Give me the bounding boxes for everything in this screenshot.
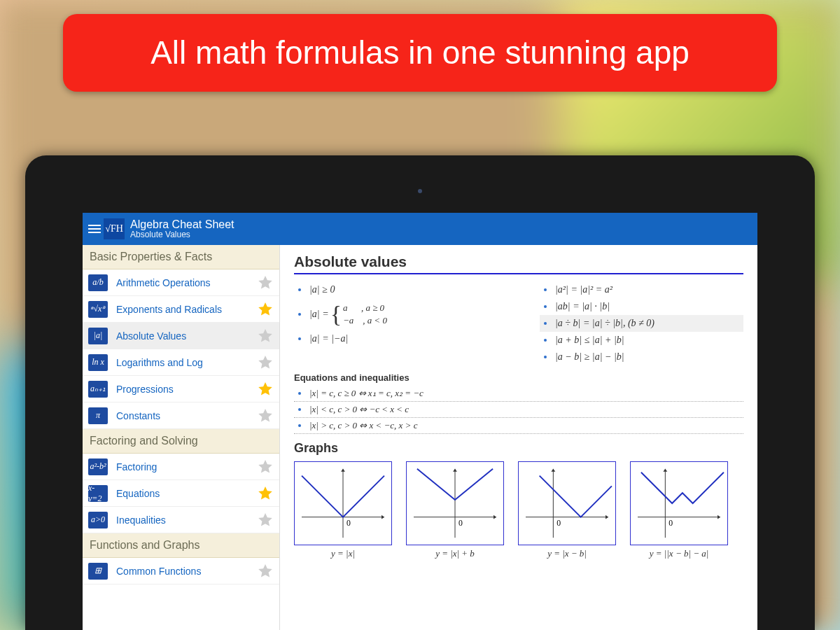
sidebar-item-icon: a>0 bbox=[88, 512, 108, 528]
star-icon[interactable] bbox=[257, 354, 274, 371]
star-icon[interactable] bbox=[257, 512, 274, 528]
sidebar-item[interactable]: a/bArithmetic Operations bbox=[83, 270, 279, 296]
app-subtitle: Absolute Values bbox=[130, 230, 234, 239]
graph-caption: y = |x − b| bbox=[518, 548, 616, 559]
graph-caption: y = ||x − b| − a| bbox=[630, 548, 728, 559]
sidebar-item-icon: x-y=2 bbox=[88, 485, 108, 502]
graph-plot: 0 bbox=[518, 461, 616, 545]
content-title: Absolute values bbox=[294, 253, 743, 274]
graphs-row: 0y = |x|0y = |x| + b0y = |x − b|0y = ||x… bbox=[294, 461, 743, 559]
star-icon[interactable] bbox=[257, 407, 274, 424]
graph-caption: y = |x| + b bbox=[406, 548, 504, 559]
sidebar-item[interactable]: x-y=2Equations bbox=[83, 480, 279, 507]
sidebar-item-icon: π bbox=[88, 407, 108, 424]
formula-column-left: |a| ≥ 0 |a| = { a , a ≥ 0 −a , a < 0 bbox=[294, 281, 498, 365]
svg-text:0: 0 bbox=[458, 518, 463, 528]
sidebar-item-label: Absolute Values bbox=[116, 330, 257, 342]
graph-item: 0y = |x − b| bbox=[518, 461, 616, 559]
promo-banner: All math formulas in one stunning app bbox=[63, 14, 777, 92]
formula-item: |a| = { a , a ≥ 0 −a , a < 0 bbox=[294, 298, 498, 330]
formula-item: |a ÷ b| = |a| ÷ |b|, (b ≠ 0) bbox=[540, 315, 743, 332]
sidebar-item[interactable]: a²-b²Factoring bbox=[83, 454, 279, 480]
sidebar-item[interactable]: |a|Absolute Values bbox=[83, 323, 279, 349]
sidebar-item-label: Logarithms and Log bbox=[116, 357, 257, 368]
graph-plot: 0 bbox=[294, 461, 392, 545]
sidebar-item-label: Arithmetic Operations bbox=[116, 277, 257, 288]
sidebar-item-icon: ln x bbox=[88, 354, 108, 371]
star-icon[interactable] bbox=[257, 274, 274, 291]
sidebar-item-icon: a²-b² bbox=[88, 458, 108, 475]
tablet-frame: √FH Algebra Cheat Sheet Absolute Values … bbox=[25, 155, 815, 630]
equations-list: |x| = c, c ≥ 0 ⇔ x₁ = c, x₂ = −c|x| < c,… bbox=[294, 386, 743, 434]
formula-item: |a²| = |a|² = a² bbox=[540, 281, 743, 298]
sidebar-item[interactable]: a>0Inequalities bbox=[83, 507, 279, 533]
sidebar-item-label: Common Functions bbox=[116, 566, 257, 577]
star-icon[interactable] bbox=[257, 458, 274, 475]
app-screen: √FH Algebra Cheat Sheet Absolute Values … bbox=[83, 213, 757, 630]
sidebar-item[interactable]: ⊞Common Functions bbox=[83, 558, 279, 584]
formula-item: |a| = |−a| bbox=[294, 330, 498, 347]
formula-column-right: |a²| = |a|² = a²|ab| = |a| · |b||a ÷ b| … bbox=[540, 281, 743, 365]
star-icon[interactable] bbox=[257, 563, 274, 580]
sidebar-item[interactable]: πConstants bbox=[83, 402, 279, 429]
sidebar-item-icon: aₙ₊₁ bbox=[88, 381, 108, 398]
sidebar-item[interactable]: ⁿ√xᵃExponents and Radicals bbox=[83, 296, 279, 323]
app-header: √FH Algebra Cheat Sheet Absolute Values bbox=[83, 213, 757, 245]
graph-item: 0y = |x| + b bbox=[406, 461, 504, 559]
graph-plot: 0 bbox=[406, 461, 504, 545]
star-icon[interactable] bbox=[257, 381, 274, 398]
app-logo-icon: √FH bbox=[104, 218, 125, 239]
sidebar-item-icon: |a| bbox=[88, 328, 108, 344]
sidebar-item-label: Constants bbox=[116, 410, 257, 421]
star-icon[interactable] bbox=[257, 485, 274, 502]
graph-plot: 0 bbox=[630, 461, 728, 545]
sidebar: Basic Properties & Factsa/bArithmetic Op… bbox=[83, 245, 280, 630]
formula-item: |a + b| ≤ |a| + |b| bbox=[540, 332, 743, 349]
content-pane: Absolute values |a| ≥ 0 |a| = { a , a ≥ … bbox=[280, 245, 757, 630]
graph-caption: y = |x| bbox=[294, 548, 392, 559]
star-icon[interactable] bbox=[257, 328, 274, 344]
equation-item: |x| = c, c ≥ 0 ⇔ x₁ = c, x₂ = −c bbox=[294, 386, 743, 402]
formula-item: |a| ≥ 0 bbox=[294, 281, 498, 298]
sidebar-section-header: Basic Properties & Facts bbox=[83, 245, 279, 270]
equations-heading: Equations and inequalities bbox=[294, 372, 743, 383]
sidebar-item[interactable]: aₙ₊₁Progressions bbox=[83, 376, 279, 402]
graphs-heading: Graphs bbox=[294, 441, 743, 456]
svg-text:0: 0 bbox=[668, 518, 673, 528]
sidebar-section-header: Factoring and Solving bbox=[83, 429, 279, 454]
graph-item: 0y = ||x − b| − a| bbox=[630, 461, 728, 559]
sidebar-item-icon: a/b bbox=[88, 274, 108, 291]
star-icon[interactable] bbox=[257, 301, 274, 318]
svg-text:0: 0 bbox=[346, 518, 351, 528]
menu-icon[interactable] bbox=[88, 225, 101, 233]
equation-item: |x| > c, c > 0 ⇔ x < −c, x > c bbox=[294, 418, 743, 434]
formula-item: |a − b| ≥ |a| − |b| bbox=[540, 349, 743, 365]
equation-item: |x| < c, c > 0 ⇔ −c < x < c bbox=[294, 402, 743, 418]
sidebar-item-label: Progressions bbox=[116, 384, 257, 395]
svg-text:0: 0 bbox=[556, 518, 561, 528]
sidebar-item-label: Factoring bbox=[116, 461, 257, 472]
app-title: Algebra Cheat Sheet bbox=[130, 218, 234, 231]
sidebar-section-header: Functions and Graphs bbox=[83, 533, 279, 558]
sidebar-item-icon: ⁿ√xᵃ bbox=[88, 301, 108, 318]
sidebar-item-label: Inequalities bbox=[116, 514, 257, 526]
formula-item: |ab| = |a| · |b| bbox=[540, 298, 743, 315]
sidebar-item-label: Exponents and Radicals bbox=[116, 304, 257, 315]
sidebar-item-icon: ⊞ bbox=[88, 563, 108, 580]
sidebar-item[interactable]: ln xLogarithms and Log bbox=[83, 349, 279, 376]
sidebar-item-label: Equations bbox=[116, 488, 257, 499]
graph-item: 0y = |x| bbox=[294, 461, 392, 559]
